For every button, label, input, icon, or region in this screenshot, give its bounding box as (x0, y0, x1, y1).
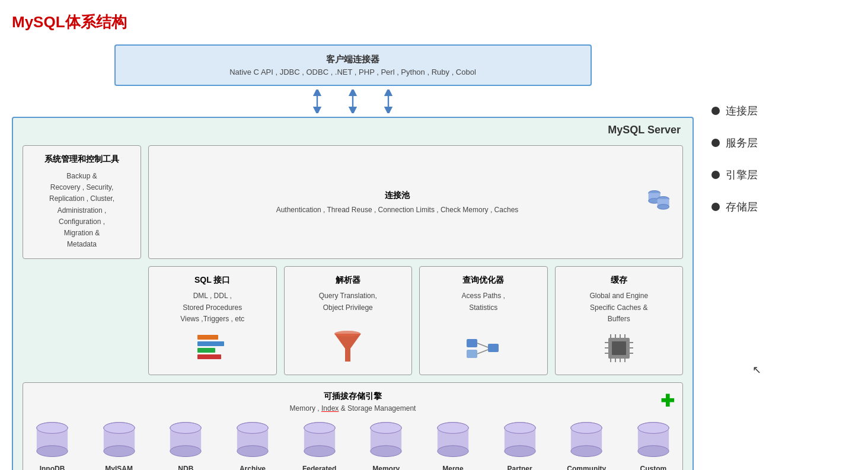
parser-content: Query Translation,Object Privilege (319, 290, 377, 325)
svg-point-10 (658, 204, 669, 209)
legend-dot-2 (711, 139, 720, 147)
server-mid-row: SQL 接口 DML , DDL ,Stored ProceduresViews… (23, 266, 683, 375)
engine-federated: Federated (299, 420, 340, 470)
legend-label-1: 连接层 (726, 104, 758, 118)
cache-icon (601, 331, 637, 366)
mgmt-tools-box: 系统管理和控制工具 Backup &Recovery , Security,Re… (23, 145, 141, 259)
engine-merge-label: Merge (442, 465, 463, 470)
index-underline: Index (321, 404, 339, 413)
mgmt-tools-content: Backup &Recovery , Security,Replication … (31, 171, 132, 250)
engine-archive-label: Archive (240, 465, 266, 470)
svg-rect-13 (197, 348, 215, 353)
engine-federated-label: Federated (302, 465, 336, 470)
svg-point-64 (438, 446, 468, 457)
server-title: MySQL Server (608, 124, 681, 136)
svg-point-77 (638, 423, 669, 434)
svg-line-21 (477, 350, 488, 354)
sql-interface-content: DML , DDL ,Stored ProceduresViews ,Trigg… (180, 290, 244, 325)
connection-pool-icon (644, 186, 674, 218)
svg-point-61 (371, 423, 401, 434)
connection-pool-content: Authentication , Thread Reuse , Connecti… (157, 206, 637, 214)
connection-pool-title: 连接池 (157, 190, 637, 201)
svg-rect-12 (197, 341, 224, 346)
storage-engine-title: 可插拔存储引擎 (31, 391, 674, 402)
svg-point-72 (571, 446, 602, 457)
engine-ndb: NDB (165, 420, 206, 470)
engine-partner-label: Partner (508, 465, 532, 470)
plus-icon: ✚ (660, 391, 674, 411)
cache-box: 缓存 Global and EngineSpecific Caches &Buf… (555, 266, 684, 375)
cache-content: Global and EngineSpecific Caches &Buffer… (589, 290, 648, 325)
parser-icon (331, 331, 364, 366)
client-connector-title: 客户端连接器 (127, 54, 579, 65)
mouse-cursor: ↖ (752, 363, 761, 376)
optimizer-icon (464, 331, 503, 366)
engine-ndb-label: NDB (178, 465, 193, 470)
svg-point-41 (37, 423, 68, 434)
svg-rect-18 (467, 350, 477, 358)
svg-line-20 (477, 343, 488, 347)
engine-archive: Archive (232, 420, 273, 470)
svg-point-73 (571, 423, 602, 434)
svg-rect-19 (488, 344, 499, 352)
svg-rect-17 (467, 339, 477, 347)
client-connector-box: 客户端连接器 Native C API , JDBC , ODBC , .NET… (114, 44, 592, 86)
svg-point-76 (638, 446, 669, 457)
engine-innodb: InnoDB (31, 420, 73, 470)
engine-myisam: MyISAM (98, 420, 140, 470)
svg-rect-14 (197, 354, 221, 359)
svg-point-49 (170, 423, 201, 434)
parser-box: 解析器 Query Translation,Object Privilege (284, 266, 413, 375)
page-title: MySQL体系结构 (12, 12, 856, 33)
svg-point-52 (237, 446, 268, 457)
svg-point-60 (371, 446, 401, 457)
svg-rect-23 (612, 341, 626, 355)
engine-memory-label: Memory (372, 465, 400, 470)
engine-innodb-label: InnoDB (40, 465, 65, 470)
svg-rect-11 (197, 335, 218, 340)
svg-point-57 (304, 423, 334, 434)
svg-point-45 (104, 423, 135, 434)
legend-label-4: 存储层 (726, 200, 758, 214)
legend-label-2: 服务层 (726, 136, 758, 150)
legend-item-4: 存储层 (711, 200, 794, 214)
sql-interface-icon (194, 331, 230, 366)
svg-point-68 (504, 446, 535, 457)
cache-title: 缓存 (611, 275, 627, 286)
svg-point-44 (104, 446, 135, 457)
optimizer-box: 查询优化器 Acess Paths ,Statistics (419, 266, 548, 375)
engine-merge: Merge (432, 420, 474, 470)
arrow-1 (308, 89, 326, 113)
engine-partner: Partner (499, 420, 541, 470)
engines-row: InnoDB MyISAM (31, 420, 674, 470)
legend-item-2: 服务层 (711, 136, 794, 150)
svg-marker-15 (334, 334, 361, 362)
optimizer-content: Acess Paths ,Statistics (462, 290, 505, 325)
engine-community: Community (566, 420, 607, 470)
server-box: MySQL Server 系统管理和控制工具 Backup &Recovery … (12, 117, 694, 470)
legend-dot-4 (711, 203, 720, 211)
legend-item-3: 引擎层 (711, 168, 794, 182)
connector-arrows (12, 89, 694, 113)
legend-dot-3 (711, 171, 720, 179)
arrow-2 (344, 89, 362, 113)
server-top-row: 系统管理和控制工具 Backup &Recovery , Security,Re… (23, 145, 683, 259)
legend-item-1: 连接层 (711, 104, 794, 118)
sql-interface-title: SQL 接口 (194, 275, 230, 286)
sql-interface-box: SQL 接口 DML , DDL ,Stored ProceduresViews… (148, 266, 277, 375)
mgmt-tools-title: 系统管理和控制工具 (31, 154, 132, 165)
svg-point-53 (237, 423, 268, 434)
svg-point-40 (37, 446, 68, 457)
engine-community-label: Community (567, 465, 606, 470)
engine-custom-label: Custom (640, 465, 667, 470)
svg-point-48 (170, 446, 201, 457)
connection-pool-box: 连接池 Authentication , Thread Reuse , Conn… (148, 145, 683, 259)
svg-point-69 (504, 423, 535, 434)
storage-engine-box: 可插拔存储引擎 Memory , Index & Storage Managem… (23, 382, 683, 470)
storage-engine-subtitle: Memory , Index & Storage Management (31, 404, 674, 413)
engine-custom: Custom (633, 420, 674, 470)
legend-label-3: 引擎层 (726, 168, 758, 182)
svg-point-56 (304, 446, 334, 457)
optimizer-title: 查询优化器 (462, 275, 504, 286)
svg-point-65 (438, 423, 468, 434)
